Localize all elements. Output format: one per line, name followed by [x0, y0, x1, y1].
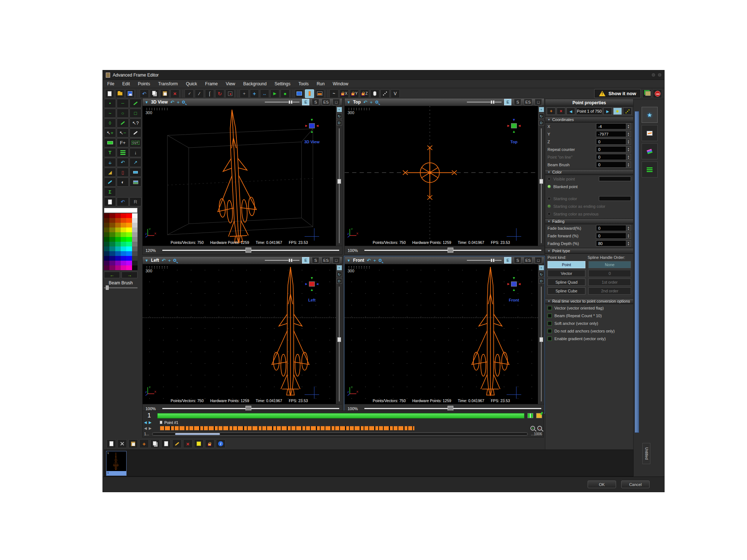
undo-button[interactable]: ↶	[140, 89, 149, 98]
spray-tool[interactable]: ▯	[117, 168, 129, 177]
menu-quick[interactable]: Quick	[186, 81, 197, 86]
palette-swatch[interactable]	[115, 261, 121, 265]
layers-button[interactable]	[642, 89, 651, 98]
palette-swatch[interactable]	[104, 251, 109, 256]
palette-swatch[interactable]	[115, 242, 121, 246]
next-point-button[interactable]: ▶	[603, 108, 612, 115]
mode-es-button[interactable]: ES	[524, 99, 532, 105]
chevron-down-icon[interactable]: ▼	[347, 100, 351, 104]
canvas-top[interactable]: 300 ▼ ► ◄ ▲ Top Points/Vectors: 750 Hard…	[345, 106, 538, 246]
d-mode-button[interactable]: D	[337, 278, 342, 284]
x-input[interactable]: -4▲▼	[596, 123, 631, 129]
frame-copy-button[interactable]	[161, 439, 171, 448]
palette-swatch[interactable]	[109, 261, 115, 265]
palette-swatch[interactable]	[121, 237, 126, 242]
maximize-view-button[interactable]: □	[333, 99, 340, 105]
palette-swatch-gray[interactable]	[132, 246, 138, 251]
orbit-mode-button[interactable]: ↻	[337, 272, 342, 277]
move-tool[interactable]: ↔↕	[104, 158, 116, 167]
mode-s-button[interactable]: S	[514, 257, 521, 264]
palette-swatch-gray[interactable]	[132, 218, 138, 223]
blanked-point-radio[interactable]	[547, 185, 551, 188]
timeline-zoom-in-button[interactable]: +	[530, 426, 535, 431]
redo-tool[interactable]: R	[129, 197, 142, 206]
palette-swatch-gray[interactable]	[132, 223, 138, 228]
palette-swatch-gray[interactable]	[132, 232, 138, 237]
vertical-slider-thumb[interactable]	[539, 179, 543, 184]
zoom-slider-thumb[interactable]	[245, 248, 251, 253]
palette-swatch[interactable]	[115, 228, 121, 232]
frame-new-button[interactable]	[107, 439, 116, 448]
frame-lock-button[interactable]	[205, 439, 214, 448]
enable-gradient-checkbox[interactable]	[547, 337, 552, 341]
pan-mode-button[interactable]: +	[337, 107, 342, 112]
rectangle-tool[interactable]: □	[129, 109, 142, 118]
beam-repeat-checkbox[interactable]	[547, 314, 552, 318]
anchor-frame-tool[interactable]: F+	[117, 138, 129, 147]
palette-swatch[interactable]	[126, 228, 132, 232]
frame-paste-button[interactable]	[128, 439, 138, 448]
pan-mode-button[interactable]: +	[539, 265, 544, 271]
palette-swatch[interactable]	[126, 242, 132, 246]
undo-tool[interactable]: ↶	[117, 197, 129, 206]
drop-vertical-tool[interactable]: ↓	[129, 148, 142, 157]
spinner-arrows[interactable]: ▲▼	[626, 124, 631, 129]
chevron-down-icon[interactable]: ▼	[347, 258, 351, 262]
palette-swatch[interactable]	[115, 213, 121, 218]
palette-swatch[interactable]	[104, 265, 109, 270]
palette-swatch[interactable]	[104, 223, 109, 228]
axis-gizmo-left[interactable]: ▼ ► ◄ ▲ Left	[300, 275, 324, 302]
wave-tool[interactable]: ~	[104, 109, 116, 118]
vertical-slider[interactable]	[541, 128, 542, 243]
zoom-slider[interactable]	[364, 250, 541, 251]
palette-swatch[interactable]	[109, 213, 115, 218]
orbit-icon[interactable]: ↶	[170, 100, 174, 105]
d-mode-button[interactable]: D	[539, 278, 544, 284]
vector-flag-checkbox[interactable]	[547, 306, 552, 310]
palette-swatch-gray[interactable]	[132, 261, 138, 265]
image-tool[interactable]	[129, 178, 142, 187]
frame-edit-button[interactable]	[172, 439, 182, 448]
palette-swatch[interactable]	[104, 228, 109, 232]
lock-z-button[interactable]: Z	[360, 89, 369, 98]
palette-swatch[interactable]	[115, 232, 121, 237]
remove-point-tool[interactable]: ↖−	[117, 128, 129, 137]
palette-swatch[interactable]	[126, 265, 132, 270]
y-input[interactable]: -7977▲▼	[596, 131, 631, 137]
starting-as-previous-radio[interactable]	[547, 212, 551, 215]
maximize-view-button[interactable]: □	[333, 257, 340, 264]
soft-anchor-checkbox[interactable]	[547, 321, 552, 326]
fading-depth-input[interactable]: 80▲▼	[596, 240, 631, 246]
orbit-icon[interactable]: ↶	[363, 100, 367, 105]
pan-icon[interactable]: +	[168, 258, 171, 263]
palette-swatch[interactable]	[109, 242, 115, 246]
palette-swatch[interactable]	[109, 232, 115, 237]
header-slider[interactable]	[265, 260, 299, 261]
palette-swatch[interactable]	[121, 261, 126, 265]
untitled-tab[interactable]: Untitled	[642, 443, 650, 464]
palette-swatch[interactable]	[109, 256, 115, 261]
save-button[interactable]	[125, 89, 135, 98]
mode-e-button[interactable]: E	[302, 257, 309, 264]
fade-backward-input[interactable]: 0▲▼	[596, 225, 631, 231]
palette-swatch[interactable]	[104, 256, 109, 261]
orbit-icon[interactable]: ↶	[162, 258, 166, 263]
order-2nd-button[interactable]: 2nd order	[588, 287, 631, 295]
palette-swatch[interactable]	[126, 232, 132, 237]
point-segments-bar[interactable]	[160, 426, 414, 431]
add-point-tool[interactable]: ↖+	[104, 128, 116, 137]
vertical-slider-thumb[interactable]	[337, 337, 341, 342]
frame-add-button[interactable]: +	[139, 439, 149, 448]
mode-es-button[interactable]: ES	[322, 257, 330, 264]
mode-s-button[interactable]: S	[514, 99, 521, 105]
spinner-arrows[interactable]: ▲▼	[626, 162, 631, 167]
brush-tool[interactable]	[117, 118, 129, 128]
axis-gizmo-top[interactable]: ▼ ► ◄ ▲ Top	[502, 117, 526, 144]
palette-swatch[interactable]	[104, 246, 109, 251]
track-view-button[interactable]	[527, 413, 533, 418]
zoom-icon[interactable]	[379, 259, 382, 262]
scale-tool[interactable]: ↗	[129, 158, 142, 167]
palette-swatch-gray[interactable]	[132, 265, 138, 270]
repeat-counter-input[interactable]: 0▲▼	[596, 146, 631, 152]
coordinates-section-header[interactable]: ▼ Coordinates	[545, 117, 633, 122]
